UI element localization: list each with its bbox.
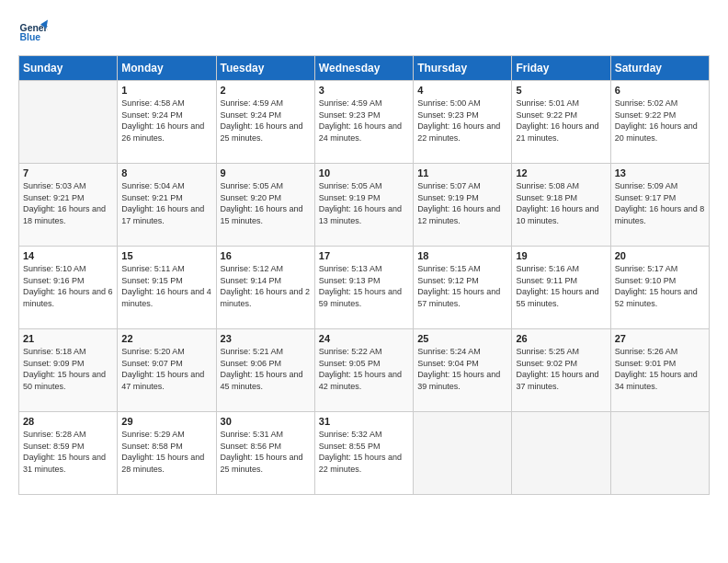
day-number: 8 (121, 167, 211, 178)
calendar-body: 1Sunrise: 4:58 AMSunset: 9:24 PMDaylight… (19, 81, 710, 495)
calendar-week-row: 14Sunrise: 5:10 AMSunset: 9:16 PMDayligh… (19, 247, 710, 329)
calendar-cell: 4Sunrise: 5:00 AMSunset: 9:23 PMDaylight… (414, 81, 512, 164)
day-info: Sunrise: 4:58 AMSunset: 9:24 PMDaylight:… (121, 98, 211, 144)
calendar-header-row: SundayMondayTuesdayWednesdayThursdayFrid… (19, 56, 710, 81)
calendar-cell (512, 412, 610, 495)
day-number: 28 (23, 416, 113, 427)
calendar-cell: 7Sunrise: 5:03 AMSunset: 9:21 PMDaylight… (19, 164, 118, 247)
day-number: 13 (615, 167, 705, 178)
calendar-week-row: 1Sunrise: 4:58 AMSunset: 9:24 PMDaylight… (19, 81, 710, 164)
calendar-cell (19, 81, 118, 164)
calendar-cell: 23Sunrise: 5:21 AMSunset: 9:06 PMDayligh… (216, 329, 314, 412)
day-header-thursday: Thursday (414, 56, 512, 81)
day-info: Sunrise: 5:10 AMSunset: 9:16 PMDaylight:… (23, 263, 113, 309)
day-header-sunday: Sunday (19, 56, 118, 81)
day-number: 31 (319, 416, 409, 427)
day-header-saturday: Saturday (610, 56, 709, 81)
day-number: 27 (615, 333, 705, 344)
day-info: Sunrise: 5:31 AMSunset: 8:56 PMDaylight:… (221, 429, 311, 475)
calendar-cell: 28Sunrise: 5:28 AMSunset: 8:59 PMDayligh… (19, 412, 118, 495)
day-info: Sunrise: 5:28 AMSunset: 8:59 PMDaylight:… (23, 429, 113, 475)
day-info: Sunrise: 4:59 AMSunset: 9:23 PMDaylight:… (319, 98, 409, 144)
day-number: 6 (615, 85, 705, 96)
calendar-cell: 22Sunrise: 5:20 AMSunset: 9:07 PMDayligh… (118, 329, 216, 412)
calendar-week-row: 28Sunrise: 5:28 AMSunset: 8:59 PMDayligh… (19, 412, 710, 495)
day-info: Sunrise: 5:08 AMSunset: 9:18 PMDaylight:… (516, 180, 606, 226)
day-number: 15 (121, 250, 211, 261)
logo: General Blue (18, 18, 48, 48)
calendar-table: SundayMondayTuesdayWednesdayThursdayFrid… (18, 55, 710, 495)
calendar-cell: 13Sunrise: 5:09 AMSunset: 9:17 PMDayligh… (610, 164, 709, 247)
day-number: 11 (417, 167, 507, 178)
day-header-wednesday: Wednesday (314, 56, 413, 81)
calendar-cell: 19Sunrise: 5:16 AMSunset: 9:11 PMDayligh… (512, 247, 610, 329)
calendar-cell: 18Sunrise: 5:15 AMSunset: 9:12 PMDayligh… (414, 247, 512, 329)
calendar-cell: 10Sunrise: 5:05 AMSunset: 9:19 PMDayligh… (314, 164, 413, 247)
day-info: Sunrise: 5:05 AMSunset: 9:20 PMDaylight:… (221, 180, 311, 226)
day-info: Sunrise: 5:17 AMSunset: 9:10 PMDaylight:… (615, 263, 705, 309)
day-info: Sunrise: 5:01 AMSunset: 9:22 PMDaylight:… (516, 98, 606, 144)
day-info: Sunrise: 5:29 AMSunset: 8:58 PMDaylight:… (121, 429, 211, 475)
calendar-cell: 20Sunrise: 5:17 AMSunset: 9:10 PMDayligh… (610, 247, 709, 329)
day-info: Sunrise: 5:05 AMSunset: 9:19 PMDaylight:… (319, 180, 409, 226)
day-number: 4 (417, 85, 507, 96)
day-info: Sunrise: 5:32 AMSunset: 8:55 PMDaylight:… (319, 429, 409, 475)
day-info: Sunrise: 5:09 AMSunset: 9:17 PMDaylight:… (615, 180, 705, 226)
day-number: 23 (221, 333, 311, 344)
day-number: 16 (221, 250, 311, 261)
day-header-friday: Friday (512, 56, 610, 81)
day-info: Sunrise: 5:07 AMSunset: 9:19 PMDaylight:… (417, 180, 507, 226)
day-number: 19 (516, 250, 606, 261)
calendar-cell: 12Sunrise: 5:08 AMSunset: 9:18 PMDayligh… (512, 164, 610, 247)
calendar-cell: 26Sunrise: 5:25 AMSunset: 9:02 PMDayligh… (512, 329, 610, 412)
day-number: 14 (23, 250, 113, 261)
day-number: 12 (516, 167, 606, 178)
calendar-cell: 11Sunrise: 5:07 AMSunset: 9:19 PMDayligh… (414, 164, 512, 247)
calendar-cell: 8Sunrise: 5:04 AMSunset: 9:21 PMDaylight… (118, 164, 216, 247)
day-info: Sunrise: 5:11 AMSunset: 9:15 PMDaylight:… (121, 263, 211, 309)
day-number: 3 (319, 85, 409, 96)
day-info: Sunrise: 5:25 AMSunset: 9:02 PMDaylight:… (516, 346, 606, 392)
day-info: Sunrise: 5:26 AMSunset: 9:01 PMDaylight:… (615, 346, 705, 392)
day-info: Sunrise: 5:13 AMSunset: 9:13 PMDaylight:… (319, 263, 409, 309)
calendar-cell: 24Sunrise: 5:22 AMSunset: 9:05 PMDayligh… (314, 329, 413, 412)
calendar-cell: 2Sunrise: 4:59 AMSunset: 9:24 PMDaylight… (216, 81, 314, 164)
calendar-cell (414, 412, 512, 495)
day-header-monday: Monday (118, 56, 216, 81)
calendar-cell: 3Sunrise: 4:59 AMSunset: 9:23 PMDaylight… (314, 81, 413, 164)
calendar-week-row: 21Sunrise: 5:18 AMSunset: 9:09 PMDayligh… (19, 329, 710, 412)
day-info: Sunrise: 4:59 AMSunset: 9:24 PMDaylight:… (221, 98, 311, 144)
day-number: 25 (417, 333, 507, 344)
day-number: 21 (23, 333, 113, 344)
calendar-cell: 5Sunrise: 5:01 AMSunset: 9:22 PMDaylight… (512, 81, 610, 164)
calendar-cell: 16Sunrise: 5:12 AMSunset: 9:14 PMDayligh… (216, 247, 314, 329)
day-number: 7 (23, 167, 113, 178)
page-header: General Blue (18, 18, 710, 48)
day-number: 24 (319, 333, 409, 344)
calendar-cell: 15Sunrise: 5:11 AMSunset: 9:15 PMDayligh… (118, 247, 216, 329)
calendar-cell: 27Sunrise: 5:26 AMSunset: 9:01 PMDayligh… (610, 329, 709, 412)
calendar-cell: 14Sunrise: 5:10 AMSunset: 9:16 PMDayligh… (19, 247, 118, 329)
calendar-cell: 25Sunrise: 5:24 AMSunset: 9:04 PMDayligh… (414, 329, 512, 412)
calendar-cell (610, 412, 709, 495)
day-info: Sunrise: 5:03 AMSunset: 9:21 PMDaylight:… (23, 180, 113, 226)
day-info: Sunrise: 5:00 AMSunset: 9:23 PMDaylight:… (417, 98, 507, 144)
day-info: Sunrise: 5:02 AMSunset: 9:22 PMDaylight:… (615, 98, 705, 144)
day-number: 9 (221, 167, 311, 178)
day-info: Sunrise: 5:16 AMSunset: 9:11 PMDaylight:… (516, 263, 606, 309)
calendar-cell: 31Sunrise: 5:32 AMSunset: 8:55 PMDayligh… (314, 412, 413, 495)
day-info: Sunrise: 5:04 AMSunset: 9:21 PMDaylight:… (121, 180, 211, 226)
day-info: Sunrise: 5:24 AMSunset: 9:04 PMDaylight:… (417, 346, 507, 392)
day-number: 2 (221, 85, 311, 96)
calendar-cell: 21Sunrise: 5:18 AMSunset: 9:09 PMDayligh… (19, 329, 118, 412)
day-number: 30 (221, 416, 311, 427)
day-info: Sunrise: 5:22 AMSunset: 9:05 PMDaylight:… (319, 346, 409, 392)
day-number: 17 (319, 250, 409, 261)
day-number: 20 (615, 250, 705, 261)
day-info: Sunrise: 5:20 AMSunset: 9:07 PMDaylight:… (121, 346, 211, 392)
calendar-cell: 1Sunrise: 4:58 AMSunset: 9:24 PMDaylight… (118, 81, 216, 164)
day-info: Sunrise: 5:18 AMSunset: 9:09 PMDaylight:… (23, 346, 113, 392)
calendar-cell: 29Sunrise: 5:29 AMSunset: 8:58 PMDayligh… (118, 412, 216, 495)
calendar-cell: 30Sunrise: 5:31 AMSunset: 8:56 PMDayligh… (216, 412, 314, 495)
day-number: 22 (121, 333, 211, 344)
